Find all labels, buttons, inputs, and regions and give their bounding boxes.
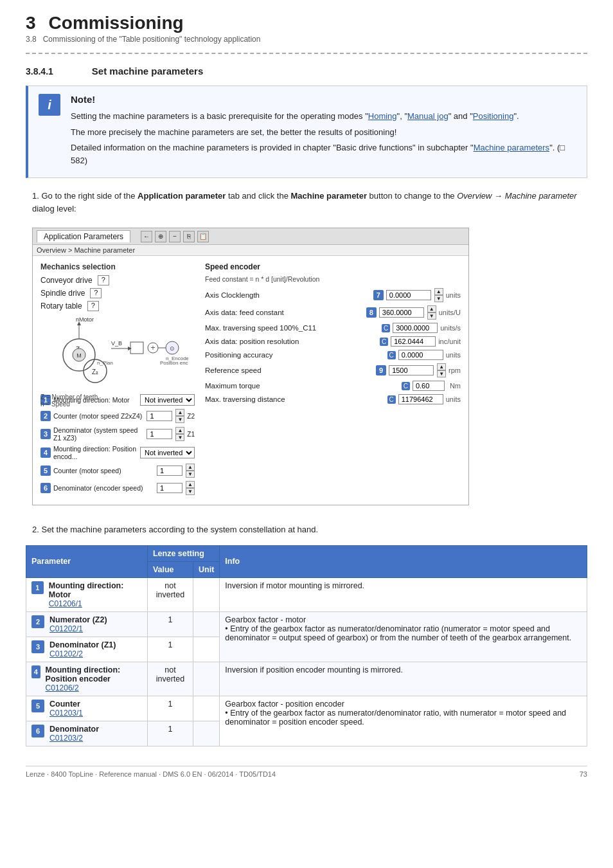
param-link[interactable]: C01203/1 bbox=[49, 709, 83, 718]
footer-right: 73 bbox=[580, 770, 587, 778]
axis-pos-input[interactable] bbox=[391, 336, 436, 347]
num-badge-3: 3 bbox=[40, 429, 51, 439]
gear-diagram: Z₁ M Z₂ nMotor V_B bbox=[40, 316, 195, 390]
counter-motor-spin[interactable]: ▲▼ bbox=[186, 464, 195, 478]
svg-text:M: M bbox=[76, 352, 82, 359]
paste-icon[interactable]: 📋 bbox=[197, 231, 209, 242]
table-body: 1 Mounting direction: Motor C01206/1 not… bbox=[26, 577, 587, 746]
svg-text:Z₂: Z₂ bbox=[92, 368, 98, 375]
axis-clock-input[interactable] bbox=[386, 290, 431, 300]
counter-input[interactable] bbox=[147, 411, 172, 421]
spindle-qmark[interactable]: ? bbox=[90, 288, 102, 298]
ref-speed-spin[interactable]: ▲▼ bbox=[437, 363, 446, 377]
param-link[interactable]: C01206/2 bbox=[46, 683, 79, 692]
homing-link[interactable]: Homing bbox=[368, 111, 397, 121]
forward-icon[interactable]: ⊕ bbox=[155, 231, 166, 242]
max-dist-input[interactable] bbox=[398, 394, 443, 404]
denominator-enc-row: 6 Denominator (encoder speed) ▲▼ bbox=[40, 481, 195, 495]
conveyor-qmark[interactable]: ? bbox=[98, 275, 109, 285]
axis-feed-spin[interactable]: ▲▼ bbox=[427, 305, 436, 320]
max-dist-row: Max. traversing distance C units bbox=[205, 394, 461, 404]
step1-text: 1. Go to the right side of the Applicati… bbox=[32, 190, 587, 215]
ref-speed-row: Reference speed 9 ▲▼ rpm bbox=[205, 363, 461, 377]
param-cell: 6 Denominator C01203/2 bbox=[26, 721, 148, 746]
step2-container: 2. Set the machine parameters according … bbox=[26, 523, 587, 746]
machine-params-link[interactable]: Machine parameters bbox=[474, 143, 550, 152]
param-cell: 2 Numerator (Z2) C01202/1 bbox=[26, 611, 148, 637]
counter-label: Counter (motor speed Z2xZ4) bbox=[53, 412, 144, 420]
axis-clock-unit: units bbox=[446, 291, 461, 299]
axis-clock-spin[interactable]: ▲▼ bbox=[434, 288, 443, 302]
info-icon: i bbox=[39, 94, 60, 116]
num-badge-7: 7 bbox=[373, 290, 384, 300]
pos-acc-input[interactable] bbox=[398, 350, 443, 360]
param-link[interactable]: C01203/2 bbox=[49, 734, 83, 743]
svg-text:Position encoder: Position encoder bbox=[160, 360, 188, 366]
subsection-num: 3.8.4.1 bbox=[26, 66, 53, 77]
axis-feed-input[interactable] bbox=[379, 307, 424, 318]
num-badge-5: 5 bbox=[40, 466, 51, 476]
param-name: Numerator (Z2) bbox=[49, 615, 107, 624]
positioning-link[interactable]: Positioning bbox=[473, 111, 514, 121]
mounting-pos-label: Mounting direction: Position encod... bbox=[53, 445, 138, 460]
footer: Lenze · 8400 TopLine · Reference manual … bbox=[26, 766, 587, 778]
denominator-enc-label: Denominator (encoder speed) bbox=[53, 484, 154, 492]
ref-speed-label: Reference speed bbox=[205, 366, 373, 374]
denominator-z1-label: Z1 bbox=[187, 431, 195, 438]
max-trav-input[interactable] bbox=[393, 323, 438, 333]
unit-cell bbox=[193, 611, 220, 637]
max-torque-input[interactable] bbox=[413, 381, 445, 391]
counter-motor-input[interactable] bbox=[157, 466, 182, 476]
ref-speed-unit: rpm bbox=[449, 366, 461, 374]
dialog-right: Speed encoder Feed constant = n * d [uni… bbox=[205, 262, 461, 498]
param-name: Mounting direction: Position encoder bbox=[46, 665, 142, 683]
rotary-row: Rotary table ? bbox=[40, 301, 195, 311]
unit-cell bbox=[193, 637, 220, 662]
dialog-tab[interactable]: Application Parameters bbox=[37, 230, 130, 242]
manual-jog-link[interactable]: Manual jog bbox=[407, 111, 449, 121]
pos-acc-label: Positioning accuracy bbox=[205, 351, 385, 359]
svg-marker-10 bbox=[128, 347, 132, 350]
max-torque-c-badge: C bbox=[402, 382, 410, 390]
rotary-label: Rotary table bbox=[40, 302, 82, 311]
max-dist-label: Max. traversing distance bbox=[205, 395, 385, 403]
param-link[interactable]: C01202/1 bbox=[49, 624, 83, 633]
param-link[interactable]: C01202/2 bbox=[49, 649, 83, 658]
counter-spin[interactable]: ▲▼ bbox=[175, 409, 184, 423]
svg-text:nMotor: nMotor bbox=[76, 316, 94, 323]
divider bbox=[26, 53, 587, 54]
param-link[interactable]: C01206/1 bbox=[49, 599, 82, 608]
mounting-pos-row: 4 Mounting direction: Position encod... … bbox=[40, 445, 195, 460]
max-trav-label: Max. traversing speed 100%_C11 bbox=[205, 324, 379, 332]
param-name: Mounting direction: Motor bbox=[49, 581, 142, 599]
counter-motor-row: 5 Counter (motor speed) ▲▼ bbox=[40, 464, 195, 478]
col-parameter: Parameter bbox=[26, 545, 148, 577]
mechanics-label: Mechanics selection bbox=[40, 262, 195, 271]
param-name: Counter bbox=[49, 700, 83, 709]
counter-motor-label: Counter (motor speed) bbox=[53, 467, 154, 475]
table-row: 5 Counter C01203/1 1Gearbox factor - pos… bbox=[26, 696, 587, 721]
pos-acc-row: Positioning accuracy C units bbox=[205, 350, 461, 360]
minus-icon[interactable]: − bbox=[169, 231, 181, 242]
conveyor-label: Conveyor drive bbox=[40, 276, 93, 285]
denominator-spin[interactable]: ▲▼ bbox=[175, 427, 184, 441]
max-torque-row: Maximum torque C Nm bbox=[205, 381, 461, 391]
copy-icon[interactable]: ⎘ bbox=[183, 231, 195, 242]
svg-rect-12 bbox=[130, 342, 143, 354]
axis-clock-label: Axis Clocklength bbox=[205, 291, 371, 299]
rotary-qmark[interactable]: ? bbox=[87, 301, 99, 311]
denominator-input[interactable] bbox=[147, 429, 172, 439]
denominator-enc-spin[interactable]: ▲▼ bbox=[186, 481, 195, 495]
toolbar-icons: ← ⊕ − ⎘ 📋 bbox=[141, 231, 209, 242]
ref-speed-input[interactable] bbox=[389, 365, 434, 375]
unit-cell bbox=[193, 721, 220, 746]
param-cell: 3 Denominator (Z1) C01202/2 bbox=[26, 637, 148, 662]
header: 3 Commissioning 3.8 Commissioning of the… bbox=[26, 13, 587, 44]
param-name: Denominator (Z1) bbox=[49, 640, 116, 649]
dialog-screenshot: Application Parameters ← ⊕ − ⎘ 📋 Overvie… bbox=[32, 228, 469, 505]
gear-labels: Z = Number of teeth n = Speed bbox=[40, 393, 195, 408]
back-icon[interactable]: ← bbox=[141, 231, 152, 242]
speed-encoder-label: Speed encoder bbox=[205, 262, 461, 271]
mounting-pos-select[interactable]: Not inverted Inverted bbox=[140, 447, 195, 458]
denominator-enc-input[interactable] bbox=[157, 483, 182, 493]
